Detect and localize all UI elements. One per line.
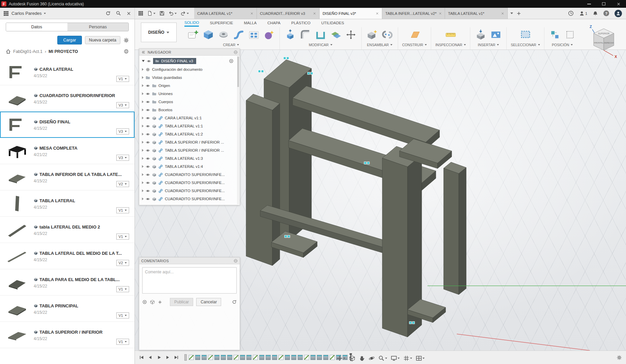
list-item[interactable]: TABLA INFERIOR DE LA TABLA LATE...4/15/2… [0,164,135,190]
combine-icon[interactable] [329,28,342,41]
eye-icon[interactable] [146,197,150,201]
tab-chapa[interactable]: CHAPA [267,19,280,27]
cube-front-label[interactable]: FRONTAL [594,42,603,44]
timeline-extrude-feature[interactable] [221,355,226,360]
collaborators-icon[interactable]: 1 [579,11,587,16]
version-badge[interactable]: V1 [116,76,129,82]
tab-solido[interactable]: SOLIDO [184,19,199,27]
doc-tab[interactable]: CUADRADIT...FERIOR v3 [257,8,320,19]
version-badge[interactable]: V3 [116,128,129,134]
timeline-extrude-feature[interactable] [285,355,290,360]
close-tab-icon[interactable] [313,12,316,15]
tree-node-component[interactable]: TABLA LATERAL v1:3 [141,154,236,162]
group-label[interactable]: CREAR [223,43,239,47]
save-button[interactable] [159,11,165,16]
group-label[interactable]: INSPECCIONAR [435,43,466,47]
tree-node-component[interactable]: CUADRADITO SUPERIOR/INFE... [141,187,236,195]
timeline-extrude-feature[interactable] [214,355,219,360]
refresh-icon[interactable] [106,11,111,16]
tree-node[interactable]: Vistas guardadas [141,73,236,82]
joint-icon[interactable] [381,28,394,41]
timeline-extrude-feature[interactable] [240,355,245,360]
tab-superficie[interactable]: SUPERFICIE [210,19,233,27]
minimize-panel-icon[interactable] [234,50,238,54]
new-folder-button[interactable]: Nueva carpeta [85,36,120,44]
timeline-sketch-feature[interactable] [330,355,335,360]
eye-icon[interactable] [146,156,150,161]
list-item[interactable]: TABLA LATERAL4/15/22 V1 [0,190,135,217]
find-in-window-icon[interactable] [229,59,234,63]
notifications-bell-icon[interactable] [593,11,598,16]
group-label[interactable]: POSICIÓN [552,43,573,47]
eye-icon[interactable] [146,164,150,169]
list-item[interactable]: MESA COMPLETA4/21/22 V3 [0,138,135,164]
list-item[interactable]: TABLA PRINCIPAL4/15/22 V1 [0,296,135,322]
new-tab-icon[interactable] [516,11,521,16]
list-item[interactable]: CUADRADITO SUPERIOR/INFERIOR4/15/22 V3 [0,85,135,112]
version-badge[interactable]: V3 [116,155,129,161]
breadcrumb-project[interactable]: FabDig01-Act.1 [13,49,42,54]
share-globe-icon[interactable] [124,49,129,54]
pattern-icon[interactable] [247,28,260,41]
tree-node-component[interactable]: TABLA LATERAL v1:1 [141,122,236,130]
tab-datos[interactable]: Datos [6,23,67,31]
breadcrumb-folder[interactable]: MI PROYECTO [49,49,78,54]
move-icon[interactable] [345,28,357,41]
maximize-button[interactable] [596,0,611,8]
tree-node-component[interactable]: CUADRADITO SUPERIOR/INFE... [141,195,236,203]
close-tab-icon[interactable] [439,12,442,15]
timeline-extrude-feature[interactable] [259,355,264,360]
version-badge[interactable]: V1 [116,286,129,292]
tree-node[interactable]: Configuración del documento [141,65,236,73]
box-icon[interactable] [202,28,215,41]
user-avatar[interactable] [615,10,622,17]
version-badge[interactable]: V2 [116,181,129,187]
viewport-layout-icon[interactable] [416,355,424,361]
timeline-sketch-feature[interactable] [253,355,258,360]
look-at-icon[interactable] [349,355,355,361]
comment-input[interactable] [142,267,237,294]
close-tab-icon[interactable] [376,12,379,15]
eye-icon[interactable] [146,181,150,185]
publish-button[interactable]: Publicar [170,298,193,306]
tree-node[interactable]: Cuerpos [141,98,236,106]
timeline-settings-gear-icon[interactable] [617,355,622,360]
tab-personas[interactable]: Personas [67,23,129,31]
cube-top-label[interactable]: SUPERIOR [598,32,609,35]
eye-icon[interactable] [146,84,150,88]
eye-icon[interactable] [146,132,150,136]
collapse-panel-icon[interactable] [141,50,145,54]
expand-icon[interactable] [142,60,145,62]
tree-node-component[interactable]: TABLA SUPERIOR / INFERIOR ... [141,146,236,154]
capture-position-icon[interactable] [548,28,561,41]
new-component-icon[interactable] [366,28,379,41]
revert-position-icon[interactable] [564,28,576,41]
select-box-icon[interactable] [519,28,532,41]
tree-node[interactable]: Uniones [141,90,236,98]
tree-node-component[interactable]: CUADRADITO SUPERIOR/INFE... [141,179,236,187]
create-sketch-icon[interactable] [187,28,200,41]
tree-node-component[interactable]: CUADRADITO SUPERIOR/INFE... [141,171,236,179]
grid-settings-icon[interactable] [403,355,412,361]
step-back-icon[interactable] [148,355,153,360]
shell-icon[interactable] [314,28,327,41]
user-menu[interactable]: Carlos Paredes [11,11,46,16]
pan-hand-icon[interactable] [359,355,365,361]
data-panel-toggle-icon[interactable] [138,11,143,16]
close-tab-icon[interactable] [250,12,254,15]
search-icon[interactable] [116,11,121,16]
eye-icon[interactable] [147,59,151,63]
redo-button[interactable] [181,11,189,16]
timeline-extrude-feature[interactable] [317,355,322,360]
tab-plastico[interactable]: PLÁSTICO [291,19,310,27]
tree-node[interactable]: Origen [141,82,236,90]
create-form-icon[interactable] [263,28,275,41]
minimize-button[interactable] [582,0,596,8]
view-cube[interactable]: Z SUPERIOR FRONTAL DERECHA X [582,22,623,60]
tree-node-component[interactable]: TABLA SUPERIOR / INFERIOR ... [141,138,236,146]
timeline-extrude-feature[interactable] [323,355,328,360]
cube-right-label[interactable]: DERECHA [604,42,614,44]
home-icon[interactable] [6,49,11,54]
timeline-extrude-feature[interactable] [227,355,232,360]
doc-tab[interactable]: TABLA LATERAL v1* [445,8,508,19]
